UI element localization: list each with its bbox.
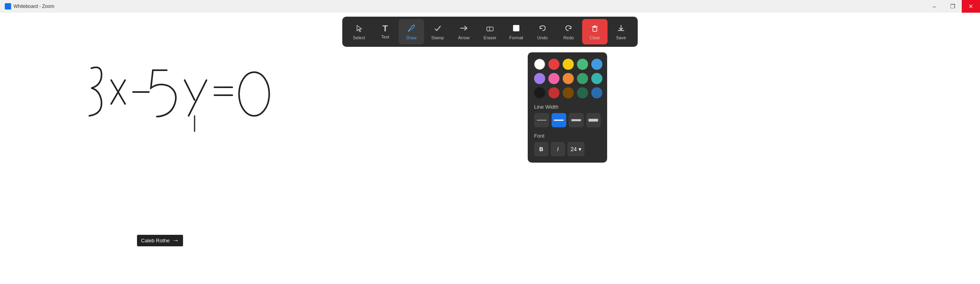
font-size-value: 24 xyxy=(571,146,577,152)
color-black[interactable] xyxy=(534,87,545,98)
line-width-label: Line Width xyxy=(534,104,601,110)
app-icon xyxy=(5,3,11,10)
undo-button[interactable]: Undo xyxy=(530,19,555,44)
color-orange[interactable] xyxy=(563,73,574,84)
annotation-text: Caleb Rothe xyxy=(141,238,170,244)
annotation-label: Caleb Rothe → xyxy=(137,235,183,246)
svg-rect-2 xyxy=(487,27,493,31)
eraser-tool-button[interactable]: Eraser xyxy=(477,19,503,44)
minimize-button[interactable]: – xyxy=(925,0,943,13)
line-width-medium[interactable] xyxy=(552,113,567,127)
color-darkgreen[interactable] xyxy=(577,87,588,98)
color-yellow[interactable] xyxy=(563,59,574,70)
maximize-button[interactable]: ❐ xyxy=(943,0,962,13)
clear-icon xyxy=(590,24,599,34)
undo-label: Undo xyxy=(537,35,548,40)
eraser-icon xyxy=(486,24,494,34)
text-tool-button[interactable]: T Text xyxy=(372,19,398,44)
title-bar: Whiteboard - Zoom – ❐ ✕ xyxy=(0,0,980,13)
line-width-row xyxy=(534,113,601,127)
save-button[interactable]: Save xyxy=(608,19,634,44)
color-brown[interactable] xyxy=(563,87,574,98)
text-icon: T xyxy=(382,24,388,33)
math-equation xyxy=(68,52,274,132)
annotation-arrow-icon: → xyxy=(172,236,179,245)
color-green1[interactable] xyxy=(577,59,588,70)
format-popup: Line Width Font B I 24 ▾ xyxy=(528,52,607,163)
format-tool-button[interactable]: Format xyxy=(504,19,529,44)
clear-button[interactable]: Clear xyxy=(582,19,608,44)
undo-icon xyxy=(538,24,547,34)
color-white[interactable] xyxy=(534,59,545,70)
save-icon xyxy=(617,24,625,34)
color-pink[interactable] xyxy=(548,73,559,84)
italic-button[interactable]: I xyxy=(551,142,565,156)
close-button[interactable]: ✕ xyxy=(962,0,980,13)
stamp-tool-label: Stamp xyxy=(431,35,444,40)
arrow-tool-label: Arrow xyxy=(458,35,470,40)
font-row: B I 24 ▾ xyxy=(534,142,601,156)
font-label: Font xyxy=(534,133,601,139)
svg-rect-4 xyxy=(513,25,519,31)
arrow-tool-button[interactable]: Arrow xyxy=(451,19,476,44)
draw-icon xyxy=(407,24,416,34)
draw-tool-label: Draw xyxy=(406,35,417,40)
stamp-tool-button[interactable]: Stamp xyxy=(425,19,450,44)
color-darkblue[interactable] xyxy=(591,87,602,98)
window-controls: – ❐ ✕ xyxy=(925,0,980,13)
bold-button[interactable]: B xyxy=(534,142,548,156)
draw-tool-button[interactable]: Draw xyxy=(399,19,424,44)
line-width-xl[interactable] xyxy=(586,113,601,127)
color-blue1[interactable] xyxy=(591,59,602,70)
whiteboard-canvas[interactable]: Caleb Rothe → Select T Text xyxy=(0,13,980,284)
clear-label: Clear xyxy=(590,35,600,40)
svg-rect-5 xyxy=(593,27,597,31)
arrow-icon xyxy=(459,24,468,34)
redo-label: Redo xyxy=(563,35,574,40)
color-darkred[interactable] xyxy=(548,87,559,98)
select-tool-label: Select xyxy=(353,35,365,40)
redo-button[interactable]: Redo xyxy=(556,19,581,44)
line-width-thin[interactable] xyxy=(534,113,549,127)
color-red[interactable] xyxy=(548,59,559,70)
color-green2[interactable] xyxy=(577,73,588,84)
color-grid xyxy=(534,59,601,98)
eraser-tool-label: Eraser xyxy=(484,35,496,40)
toolbar: Select T Text Draw Stamp xyxy=(342,17,638,47)
redo-icon xyxy=(564,24,573,34)
select-tool-button[interactable]: Select xyxy=(346,19,372,44)
color-cyan[interactable] xyxy=(591,73,602,84)
window-title: Whiteboard - Zoom xyxy=(14,4,54,9)
select-icon xyxy=(355,24,363,34)
save-label: Save xyxy=(616,35,626,40)
stamp-icon xyxy=(433,24,442,34)
font-size-chevron: ▾ xyxy=(579,146,581,152)
line-width-thick[interactable] xyxy=(569,113,584,127)
text-tool-label: Text xyxy=(381,35,389,39)
color-purple[interactable] xyxy=(534,73,545,84)
format-tool-label: Format xyxy=(509,35,523,40)
font-size-dropdown[interactable]: 24 ▾ xyxy=(567,142,585,156)
svg-point-0 xyxy=(239,72,269,116)
format-icon xyxy=(512,24,521,34)
